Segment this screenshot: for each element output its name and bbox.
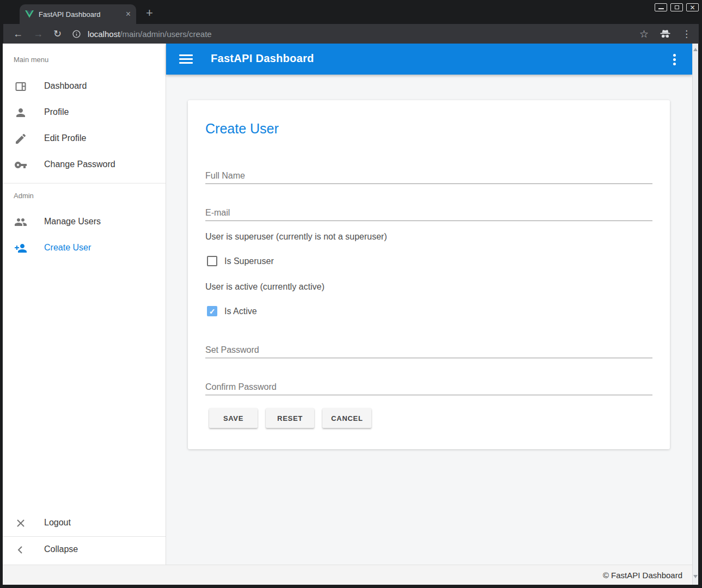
superuser-note: User is superuser (currently is not a su… xyxy=(205,232,387,242)
window-maximize-button[interactable] xyxy=(670,3,683,11)
sidebar: Main menu Dashboard Profile xyxy=(3,44,166,565)
sidebar-item-change-password[interactable]: Change Password xyxy=(3,152,166,178)
is-superuser-checkbox[interactable] xyxy=(207,256,217,266)
browser-menu-kebab-icon[interactable]: ⋮ xyxy=(682,29,691,39)
sidebar-item-label: Collapse xyxy=(44,544,78,554)
people-icon xyxy=(14,216,27,229)
new-tab-button[interactable]: + xyxy=(143,6,156,20)
sidebar-section-admin: Admin xyxy=(14,192,34,200)
sidebar-divider xyxy=(3,183,166,183)
tab-title: FastAPI Dashboard xyxy=(39,10,121,19)
window-minimize-button[interactable] xyxy=(655,3,667,11)
is-superuser-label: Is Superuser xyxy=(224,256,274,266)
browser-tab[interactable]: FastAPI Dashboard × xyxy=(20,4,136,24)
url-path: /main/admin/users/create xyxy=(120,29,211,39)
url-host: localhost xyxy=(88,29,120,39)
is-active-checkbox[interactable]: ✓ xyxy=(207,306,217,316)
confirm-password-field-wrap xyxy=(205,379,652,395)
reset-button[interactable]: RESET xyxy=(266,408,314,428)
superuser-check-row: Is Superuser xyxy=(207,256,274,266)
close-icon: ✕ xyxy=(689,4,695,11)
form-buttons: SAVE RESET CANCEL xyxy=(209,408,371,428)
vue-logo-icon xyxy=(25,10,34,18)
app-header: FastAPI Dashboard xyxy=(166,44,692,75)
person-icon xyxy=(14,106,27,119)
maximize-icon xyxy=(675,5,679,9)
window-controls: ✕ xyxy=(655,3,699,11)
window-close-button[interactable]: ✕ xyxy=(686,3,699,11)
active-check-row: ✓ Is Active xyxy=(207,306,257,316)
full-name-field-wrap xyxy=(205,168,652,184)
email-input[interactable] xyxy=(205,205,652,221)
sidebar-item-label: Create User xyxy=(44,243,91,253)
full-name-input[interactable] xyxy=(205,168,652,184)
tab-close-icon[interactable]: × xyxy=(126,10,131,19)
confirm-password-input[interactable] xyxy=(205,379,652,395)
person-add-icon xyxy=(14,242,27,255)
url-text[interactable]: localhost/main/admin/users/create xyxy=(88,29,212,39)
email-field-wrap xyxy=(205,205,652,221)
sidebar-item-label: Change Password xyxy=(44,160,115,169)
minimize-icon xyxy=(658,8,664,9)
page: FastAPI Dashboard Main menu Dashboard xyxy=(3,44,692,585)
is-active-label: Is Active xyxy=(224,307,257,316)
address-bar[interactable]: localhost/main/admin/users/create xyxy=(72,29,629,39)
app-footer: © FastAPI Dashboard xyxy=(3,565,692,585)
incognito-icon xyxy=(660,29,671,39)
sidebar-item-logout[interactable]: Logout xyxy=(3,510,166,536)
sidebar-item-create-user[interactable]: Create User xyxy=(3,235,166,261)
header-kebab-icon[interactable] xyxy=(672,53,677,66)
active-note: User is active (currently active) xyxy=(205,282,325,292)
sidebar-item-profile[interactable]: Profile xyxy=(3,100,166,126)
scroll-up-arrow-icon[interactable] xyxy=(693,48,698,51)
chevron-left-icon xyxy=(14,543,27,556)
set-password-input[interactable] xyxy=(205,342,652,358)
back-icon[interactable]: ← xyxy=(13,29,23,39)
sidebar-item-dashboard[interactable]: Dashboard xyxy=(3,74,166,100)
forward-icon[interactable]: → xyxy=(33,29,43,39)
sidebar-item-label: Dashboard xyxy=(44,81,87,91)
scroll-down-arrow-icon[interactable] xyxy=(693,575,698,578)
save-button[interactable]: SAVE xyxy=(209,408,258,428)
key-icon xyxy=(14,158,27,171)
sidebar-item-collapse[interactable]: Collapse xyxy=(3,537,166,563)
hamburger-menu-icon[interactable] xyxy=(179,53,193,65)
sidebar-item-edit-profile[interactable]: Edit Profile xyxy=(3,126,166,152)
check-icon: ✓ xyxy=(209,308,216,315)
create-user-card: Create User User is superuser (currently… xyxy=(188,100,670,449)
set-password-field-wrap xyxy=(205,342,652,358)
dashboard-icon xyxy=(14,80,27,93)
sidebar-item-label: Edit Profile xyxy=(44,133,86,143)
app-title: FastAPI Dashboard xyxy=(211,52,314,65)
sidebar-item-label: Profile xyxy=(44,107,69,117)
logout-x-icon xyxy=(14,517,27,530)
browser-tabstrip: FastAPI Dashboard × + ✕ xyxy=(0,0,702,24)
sidebar-item-label: Logout xyxy=(44,518,71,528)
bookmark-star-icon[interactable]: ☆ xyxy=(639,29,649,39)
browser-toolbar: ← → ↻ localhost/main/admin/users/create … xyxy=(3,24,699,44)
reload-icon[interactable]: ↻ xyxy=(53,29,62,39)
toolbar-actions: ☆ ⋮ xyxy=(639,29,691,39)
copyright-text: © FastAPI Dashboard xyxy=(603,571,682,580)
sidebar-section-main-menu: Main menu xyxy=(14,56,48,64)
site-info-icon[interactable] xyxy=(72,29,81,39)
page-title: Create User xyxy=(205,121,279,137)
page-scrollbar[interactable] xyxy=(692,44,698,585)
sidebar-item-manage-users[interactable]: Manage Users xyxy=(3,209,166,235)
cancel-button[interactable]: CANCEL xyxy=(322,408,371,428)
sidebar-item-label: Manage Users xyxy=(44,217,101,226)
pencil-icon xyxy=(14,132,27,145)
